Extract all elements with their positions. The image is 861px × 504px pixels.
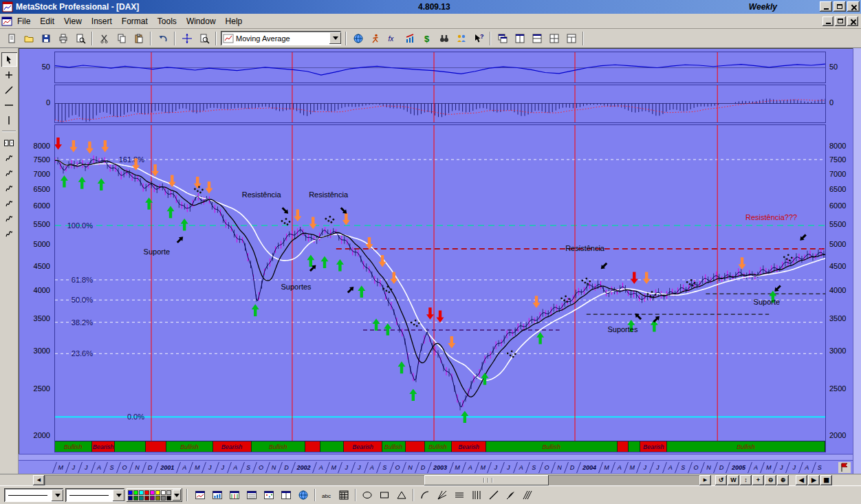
dropdown-arrow-icon[interactable]: [173, 490, 181, 501]
menu-view[interactable]: View: [59, 15, 87, 28]
custom-study-tool-6[interactable]: [1, 226, 17, 241]
refresh-button[interactable]: ↺: [715, 475, 727, 485]
tile-view-button[interactable]: ▦: [820, 475, 832, 485]
rectangle-tool-button[interactable]: [376, 488, 393, 503]
menu-file[interactable]: File: [12, 15, 35, 28]
hscroll-left-button[interactable]: ◀: [33, 475, 45, 485]
color-swatch[interactable]: [161, 496, 166, 501]
text-note-tool-button[interactable]: abc: [318, 488, 335, 503]
pointer-tool[interactable]: [1, 52, 17, 67]
minimize-button[interactable]: [820, 1, 832, 12]
crosshair-tool[interactable]: [1, 67, 17, 82]
histogram-plot[interactable]: [54, 85, 826, 123]
color-swatch[interactable]: [150, 490, 155, 495]
vertical-scroll-strip[interactable]: [853, 48, 861, 474]
line-style-selector[interactable]: [4, 488, 63, 502]
expert-advisor-button[interactable]: [349, 30, 367, 47]
tile-vertical-button[interactable]: [511, 30, 528, 47]
indicator-builder-button[interactable]: fx: [384, 30, 401, 47]
mdi-minimize-button[interactable]: [822, 17, 833, 26]
color-swatch[interactable]: [144, 490, 149, 495]
color-swatch[interactable]: [133, 496, 138, 501]
menu-edit[interactable]: Edit: [35, 15, 59, 28]
color-swatch[interactable]: [166, 496, 171, 501]
speed-lines-tool-button[interactable]: [451, 488, 468, 503]
custom-study-tool-3[interactable]: [1, 181, 17, 195]
color-swatch[interactable]: [144, 496, 149, 501]
pan-mode-button[interactable]: +: [752, 475, 764, 485]
copy-button[interactable]: [113, 30, 130, 47]
color-swatch[interactable]: [155, 496, 160, 501]
dropdown-arrow-icon[interactable]: [52, 490, 63, 501]
periodicity-weekly-button[interactable]: W: [728, 475, 739, 485]
explorer-button[interactable]: [367, 30, 384, 47]
color-swatch[interactable]: [166, 490, 171, 495]
tile-grid-button[interactable]: [545, 30, 563, 47]
custom-study-tool-1[interactable]: [1, 151, 17, 165]
time-axis-properties-button[interactable]: [838, 462, 851, 473]
custom-study-tool-2[interactable]: [1, 166, 17, 180]
zoom-view-button[interactable]: [195, 30, 212, 47]
pointer-mode-button[interactable]: [178, 30, 195, 47]
mdi-close-button[interactable]: [847, 17, 858, 26]
color-swatch[interactable]: [133, 490, 138, 495]
paste-button[interactable]: [130, 30, 147, 47]
oscillator-plot[interactable]: [54, 52, 826, 83]
ellipse-tool-button[interactable]: [359, 488, 375, 503]
chart-window-6-button[interactable]: [278, 488, 294, 503]
restore-button[interactable]: [833, 1, 846, 12]
open-button[interactable]: [20, 30, 37, 47]
web-online-button[interactable]: [295, 488, 312, 503]
chart-window-5-button[interactable]: [261, 488, 277, 503]
custom-study-tool-5[interactable]: [1, 211, 17, 226]
options-analysis-button[interactable]: $: [418, 30, 435, 47]
menu-tools[interactable]: Tools: [153, 15, 182, 28]
hscroll-thumb[interactable]: [424, 475, 549, 485]
print-preview-button[interactable]: [72, 30, 89, 47]
color-swatch[interactable]: [155, 490, 160, 495]
color-swatch[interactable]: [150, 496, 155, 501]
scan-button[interactable]: [435, 30, 453, 47]
chart-window-1-button[interactable]: [192, 488, 208, 503]
mdi-restore-button[interactable]: [835, 17, 846, 26]
color-swatch[interactable]: [139, 496, 144, 501]
arc-tool-button[interactable]: [417, 488, 433, 503]
print-button[interactable]: [54, 30, 72, 47]
tile-horizontal-button[interactable]: [528, 30, 545, 47]
collaboration-button[interactable]: [453, 30, 470, 47]
menu-format[interactable]: Format: [117, 15, 153, 28]
save-button[interactable]: [37, 30, 54, 47]
horizontal-line-tool[interactable]: [1, 98, 17, 112]
arrange-windows-button[interactable]: [563, 30, 580, 47]
chart-window-3-button[interactable]: [226, 488, 243, 503]
vertical-fit-button[interactable]: ↕: [740, 475, 752, 485]
menu-help[interactable]: Help: [221, 15, 248, 28]
color-swatch[interactable]: [161, 490, 166, 495]
chart-window-2-button[interactable]: [209, 488, 226, 503]
hscroll-right-button[interactable]: ▶: [699, 475, 711, 485]
menu-insert[interactable]: Insert: [87, 15, 117, 28]
vertical-line-tool[interactable]: [1, 113, 17, 127]
color-swatch[interactable]: [128, 496, 133, 501]
menu-window[interactable]: Window: [182, 15, 221, 28]
trendline-tool[interactable]: [1, 83, 17, 97]
zoom-out-button[interactable]: ⊖: [765, 475, 776, 485]
page-left-button[interactable]: ◀: [796, 475, 807, 485]
custom-study-tool-4[interactable]: [1, 196, 17, 210]
trend-slope-tool-button[interactable]: [486, 488, 502, 503]
fib-time-zone-tool-button[interactable]: [468, 488, 485, 503]
color-picker[interactable]: [127, 488, 182, 502]
chart-window-4-button[interactable]: [243, 488, 260, 503]
cut-button[interactable]: [96, 30, 113, 47]
chevron-down-icon[interactable]: [329, 32, 341, 44]
color-swatch[interactable]: [128, 490, 133, 495]
price-plot[interactable]: 161.8%100.0%61.8%50.0%38.2%23.6%0.0%Resi…: [54, 124, 826, 452]
annotation-pen-tool-button[interactable]: [503, 488, 519, 503]
cascade-windows-button[interactable]: [494, 30, 511, 47]
hscroll-track[interactable]: [45, 475, 699, 485]
triangle-tool-button[interactable]: [393, 488, 410, 503]
new-button[interactable]: [3, 30, 20, 47]
system-tester-button[interactable]: [401, 30, 418, 47]
split-pane-tool[interactable]: [1, 135, 17, 150]
zoom-in-button[interactable]: ⊕: [777, 475, 789, 485]
